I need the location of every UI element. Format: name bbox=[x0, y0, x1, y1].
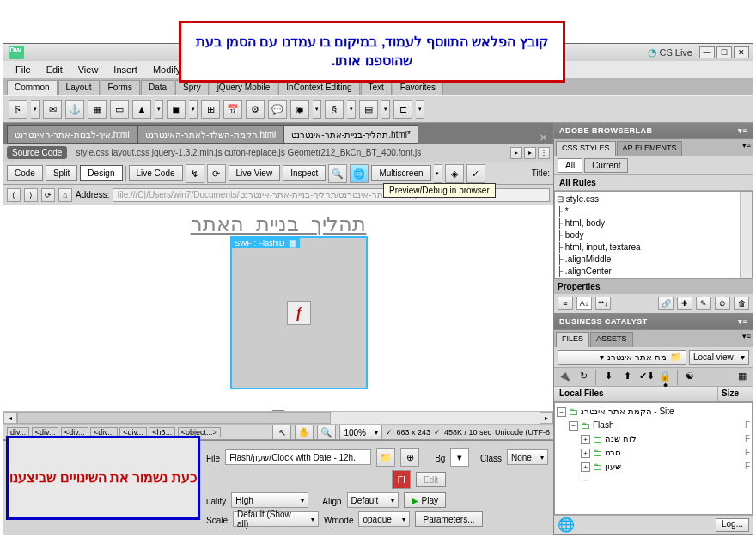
check-icon[interactable]: ↯ bbox=[186, 164, 204, 183]
browserlab-panel-header[interactable]: ADOBE BROWSERLAB▾≡ bbox=[554, 123, 753, 138]
expand-toggle[interactable]: − bbox=[557, 407, 566, 417]
zoom-select[interactable]: 100% bbox=[339, 425, 382, 440]
table-icon[interactable]: ▦ bbox=[88, 100, 107, 119]
put-icon[interactable]: ⬆ bbox=[620, 370, 634, 384]
server-icon[interactable]: ⚙ bbox=[246, 100, 265, 119]
design-canvas[interactable]: תהליך בניית האתר SWF : FlashID f bbox=[3, 205, 553, 411]
css-rule-item[interactable]: ├ .alignMiddle bbox=[557, 254, 750, 266]
wmode-select[interactable]: opaque bbox=[358, 511, 410, 527]
hyperlink-icon[interactable]: ⎘ bbox=[9, 100, 27, 119]
related-file-link[interactable]: layout.css bbox=[112, 148, 149, 157]
category-view-icon[interactable]: ≡ bbox=[558, 297, 573, 310]
class-select[interactable]: None bbox=[507, 449, 548, 465]
home-icon[interactable]: ⌂ bbox=[58, 188, 72, 202]
browse-file-icon[interactable]: 📁 bbox=[376, 448, 395, 467]
panel-menu-icon[interactable]: ▾≡ bbox=[742, 332, 751, 347]
design-view-button[interactable]: Design bbox=[80, 165, 122, 181]
script-icon[interactable]: § bbox=[325, 100, 344, 119]
menu-view[interactable]: View bbox=[71, 63, 106, 76]
new-rule-icon[interactable]: ✚ bbox=[677, 297, 692, 310]
edit-rule-icon[interactable]: ✎ bbox=[696, 297, 711, 310]
live-view-button[interactable]: Live View bbox=[229, 165, 281, 181]
tag-chooser-icon[interactable]: ⊏ bbox=[393, 100, 412, 119]
css-rule-item[interactable]: ├ * bbox=[557, 205, 750, 217]
css-rule-item[interactable]: ├ .container1 bbox=[557, 278, 750, 278]
email-link-icon[interactable]: ✉ bbox=[43, 100, 62, 119]
related-next-icon[interactable]: ▸ bbox=[524, 147, 536, 159]
related-menu-icon[interactable]: ⋮ bbox=[538, 147, 550, 159]
log-button[interactable]: Log... bbox=[716, 518, 749, 532]
flash-logo-icon[interactable]: Fl bbox=[392, 470, 411, 489]
horizontal-scrollbar[interactable]: ◂ ▸ bbox=[3, 411, 553, 425]
css-rule-item[interactable]: ├ body bbox=[557, 229, 750, 241]
panel-menu-icon[interactable]: ▾≡ bbox=[738, 317, 747, 326]
css-all-button[interactable]: All bbox=[558, 158, 582, 173]
code-view-button[interactable]: Code bbox=[7, 165, 43, 181]
dropdown-icon[interactable]: ▾ bbox=[347, 100, 356, 119]
div-icon[interactable]: ▭ bbox=[110, 100, 129, 119]
dropdown-icon[interactable]: ▾ bbox=[189, 100, 198, 119]
related-file-link[interactable]: style.css bbox=[76, 148, 108, 157]
file-tree-row[interactable]: +🗀סרטF bbox=[557, 446, 750, 460]
select-tool-icon[interactable]: ↖ bbox=[272, 425, 291, 440]
scale-select[interactable]: Default (Show all) bbox=[233, 511, 319, 527]
source-code-button[interactable]: Source Code bbox=[7, 146, 67, 159]
get-icon[interactable]: ⬇ bbox=[601, 370, 615, 384]
panel-menu-icon[interactable]: ▾≡ bbox=[738, 126, 747, 135]
local-files-column[interactable]: Local Files bbox=[554, 387, 718, 401]
document-tab[interactable]: הקמת-השלד-לאתר-האינטרנט.html bbox=[137, 125, 284, 144]
back-icon[interactable]: ⟨ bbox=[7, 188, 21, 202]
resize-handle[interactable] bbox=[272, 410, 284, 411]
ap-elements-tab[interactable]: AP ELEMENTS bbox=[617, 141, 683, 156]
expand-toggle[interactable]: + bbox=[581, 449, 590, 458]
hand-tool-icon[interactable]: ✋ bbox=[295, 425, 314, 440]
insert-tab-data[interactable]: Data bbox=[141, 80, 174, 95]
zoom-tool-icon[interactable]: 🔍 bbox=[317, 425, 336, 440]
site-root-label[interactable]: Site - הקמת אתר אינטרנ bbox=[581, 405, 674, 419]
expand-toggle[interactable]: + bbox=[581, 435, 590, 444]
play-button[interactable]: ▶Play bbox=[404, 492, 446, 508]
bg-color-swatch[interactable]: ▾ bbox=[450, 448, 469, 467]
dropdown-icon[interactable]: ▾ bbox=[416, 100, 424, 119]
menu-insert[interactable]: Insert bbox=[107, 63, 144, 76]
set-view-icon[interactable]: **↓ bbox=[595, 297, 611, 310]
checkout-icon[interactable]: ✔⬇ bbox=[639, 370, 653, 384]
minimize-button[interactable]: — bbox=[699, 46, 715, 58]
assets-tab[interactable]: ASSETS bbox=[590, 332, 633, 347]
file-tree-row[interactable]: +🗀שעוןF bbox=[557, 460, 750, 474]
refresh-icon[interactable]: ⟳ bbox=[207, 164, 226, 183]
menu-edit[interactable]: Edit bbox=[40, 63, 70, 76]
size-column[interactable]: Size bbox=[718, 387, 753, 401]
dropdown-icon[interactable]: ▾ bbox=[381, 100, 390, 119]
connect-icon[interactable]: 🔌 bbox=[558, 370, 571, 384]
dropdown-icon[interactable]: ▾ bbox=[155, 100, 163, 119]
vertical-scrollbar[interactable] bbox=[740, 192, 752, 278]
checkin-icon[interactable]: 🔒⬆ bbox=[658, 370, 672, 384]
close-button[interactable]: ✕ bbox=[734, 46, 749, 58]
list-view-icon[interactable]: A↓ bbox=[576, 297, 592, 310]
media-icon[interactable]: ▣ bbox=[167, 100, 186, 119]
live-code-button[interactable]: Live Code bbox=[129, 165, 183, 181]
document-tab[interactable]: תהליך-בניית-אתר-אינטרנט.html* bbox=[284, 125, 418, 144]
disable-css-icon[interactable]: ⊘ bbox=[715, 297, 730, 310]
scroll-left-icon[interactable]: ◂ bbox=[3, 412, 17, 424]
point-to-file-icon[interactable]: ⊕ bbox=[400, 448, 419, 467]
cslive-button[interactable]: CS Live bbox=[643, 46, 698, 58]
expand-files-icon[interactable]: ▦ bbox=[735, 370, 749, 384]
image-icon[interactable]: ▲ bbox=[132, 100, 151, 119]
scroll-right-icon[interactable]: ▸ bbox=[540, 412, 553, 424]
date-icon[interactable]: 📅 bbox=[223, 100, 242, 119]
multiscreen-dropdown-icon[interactable]: ▾ bbox=[434, 164, 442, 183]
sync-icon[interactable]: ☯ bbox=[683, 370, 697, 384]
menu-file[interactable]: File bbox=[9, 63, 38, 76]
css-current-button[interactable]: Current bbox=[584, 158, 628, 173]
head-icon[interactable]: ◉ bbox=[290, 100, 309, 119]
dropdown-icon[interactable]: ▾ bbox=[31, 100, 40, 119]
visual-aids-icon[interactable]: ◈ bbox=[445, 164, 464, 183]
multiscreen-button[interactable]: Multiscreen bbox=[371, 165, 430, 181]
site-selector[interactable]: מת אתר אינטרנ▾ bbox=[558, 350, 686, 365]
css-rules-tree[interactable]: ⊟ style.css ├ * ├ html, body ├ body ├ ht… bbox=[554, 191, 753, 278]
swf-placeholder[interactable]: SWF : FlashID f bbox=[230, 236, 368, 389]
expand-toggle[interactable]: + bbox=[581, 462, 590, 472]
delete-css-icon[interactable]: 🗑 bbox=[734, 297, 749, 310]
